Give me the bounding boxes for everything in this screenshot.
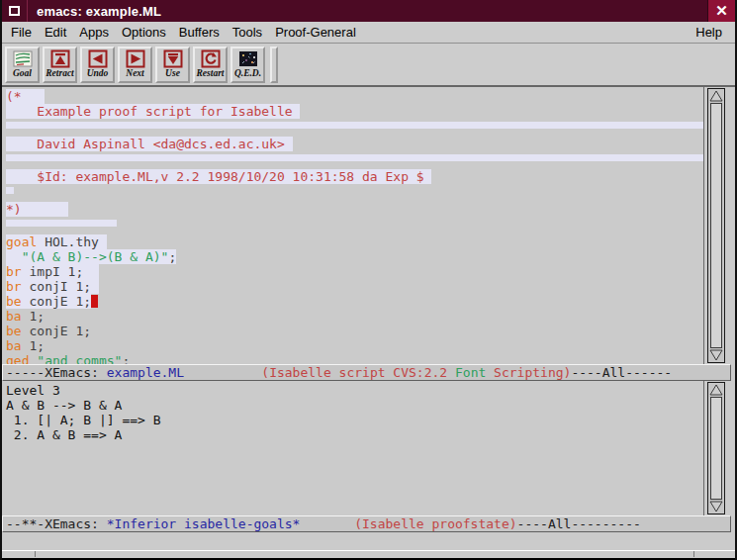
frame-handle-divider [35, 551, 36, 557]
goals-buffer[interactable]: Level 3A & B --> B & A 1. [| A; B |] ==>… [2, 381, 703, 515]
menu-item-tools[interactable]: Tools [228, 24, 267, 41]
buffer-line: ba 1; [6, 309, 703, 324]
buffer-line: (* [6, 89, 703, 104]
goals-window: Level 3A & B --> B & A 1. [| A; B |] ==>… [2, 381, 735, 515]
buffer-line: "(A & B)-->(B & A)"; [6, 249, 703, 264]
window-menu-button[interactable] [2, 0, 28, 22]
toolbar-button-goal[interactable]: Goal [5, 47, 40, 83]
toolbar-button-label: Next [126, 68, 143, 78]
toolbar-button-retract[interactable]: Retract [43, 47, 77, 83]
toolbar-button-label: Goal [13, 68, 32, 78]
window-title: emacs: example.ML [28, 0, 707, 22]
frame-handle-divider [693, 551, 694, 557]
toolbar-button-label: Retract [46, 68, 74, 78]
modeline-segment [300, 516, 354, 531]
menu-item-edit[interactable]: Edit [40, 24, 71, 41]
modeline-segment: -----XEmacs: [6, 365, 107, 380]
scrollbar-thumb[interactable] [710, 103, 722, 348]
buffer-line: be conjE 1; [6, 294, 703, 309]
code-segment: br [6, 279, 22, 294]
script-window: (* Example proof script for Isabelle Dav… [2, 87, 735, 364]
retract-icon [50, 49, 70, 68]
scrollbar-track[interactable] [707, 382, 725, 514]
toolbar-button-use[interactable]: Use [155, 47, 190, 83]
close-icon: ✕ [715, 2, 728, 20]
modeline-script: -----XEmacs: example.ML (Isabelle script… [2, 364, 731, 381]
code-segment: conjE 1; [22, 294, 91, 309]
locked-region-band [6, 187, 14, 194]
scroll-up-icon[interactable] [709, 384, 723, 396]
buffer-line: Example proof script for Isabelle [6, 104, 703, 119]
code-segment: "and_comms" [37, 353, 122, 364]
modeline-segment: ----All--------- [517, 516, 641, 531]
code-segment: David Aspinall <da@dcs.ed.ac.uk> [6, 137, 293, 151]
qed-image-icon [238, 49, 258, 68]
modeline-segment: ----All------ [571, 365, 672, 380]
buffer-line: qed "and_comms"; [6, 353, 703, 364]
modeline-segment: Font [455, 365, 486, 380]
next-icon [126, 49, 145, 68]
scrollbar-track[interactable] [707, 88, 725, 363]
toolbar: GoalRetractUndoNextUseRestartQ.E.D. [2, 44, 735, 87]
modeline-segment: example.ML [107, 365, 184, 380]
window-restore-icon [9, 6, 20, 16]
code-segment: ba [6, 338, 22, 353]
scrollbar-thumb[interactable] [710, 397, 722, 500]
code-segment: "(A & B)-->(B & A)" [22, 249, 169, 264]
menubar: FileEditAppsOptionsBuffersToolsProof-Gen… [2, 22, 735, 44]
modeline-segment: (Isabelle proofstate) [354, 516, 516, 531]
code-segment: HOL.thy [37, 234, 106, 249]
buffer-line: br conjI 1; [6, 279, 703, 294]
locked-region-band [6, 220, 117, 227]
code-segment: goal [6, 234, 37, 249]
modeline-segment: (Isabelle script CVS:2.2 [261, 365, 455, 380]
toolbar-button-undo[interactable]: Undo [80, 47, 115, 83]
buffer-line [6, 122, 703, 137]
toolbar-button-restart[interactable]: Restart [193, 47, 228, 83]
text-cursor [91, 295, 98, 308]
echo-area[interactable] [2, 532, 735, 550]
scroll-down-icon[interactable] [709, 501, 723, 513]
code-segment: be [6, 324, 22, 338]
script-buffer[interactable]: (* Example proof script for Isabelle Dav… [2, 87, 703, 364]
modeline-segment [184, 365, 261, 380]
menu-item-proof-general[interactable]: Proof-General [270, 24, 361, 41]
toolbar-button-qed[interactable]: Q.E.D. [230, 47, 265, 83]
code-segment [6, 249, 22, 264]
code-segment: 1; [22, 309, 45, 324]
menu-item-help[interactable]: Help [693, 24, 724, 41]
buffer-line [6, 220, 703, 234]
buffer-line: David Aspinall <da@dcs.ed.ac.uk> [6, 137, 703, 151]
goals-scrollbar [703, 381, 735, 515]
scroll-down-icon[interactable] [709, 349, 723, 361]
menu-item-apps[interactable]: Apps [74, 24, 114, 41]
buffer-line: be conjE 1; [6, 324, 703, 338]
toolbar-button-label: Q.E.D. [234, 68, 261, 78]
scroll-up-icon[interactable] [709, 90, 723, 102]
goals-line: A & B --> B & A [6, 398, 703, 413]
code-segment: $Id: example.ML,v 2.2 1998/10/20 10:31:5… [6, 169, 431, 184]
modeline-segment: *Inferior isabelle-goals* [107, 516, 301, 531]
menu-item-options[interactable]: Options [117, 24, 171, 41]
use-icon [163, 49, 183, 68]
buffer-line: $Id: example.ML,v 2.2 1998/10/20 10:31:5… [6, 169, 703, 184]
toolbar-button-label: Restart [197, 68, 225, 78]
close-button[interactable]: ✕ [707, 0, 735, 22]
toolbar-button-label: Undo [87, 68, 109, 78]
frame-bottom-border [2, 550, 735, 560]
modeline-goals: --**-XEmacs: *Inferior isabelle-goals* (… [2, 515, 731, 532]
modeline-segment: --**-XEmacs: [6, 516, 107, 531]
code-segment: conjE 1; [22, 324, 91, 338]
modeline-segment: Scripting) [486, 365, 571, 380]
code-segment: be [6, 294, 22, 309]
undo-icon [88, 49, 108, 68]
toolbar-button-next[interactable]: Next [118, 47, 152, 83]
titlebar: emacs: example.ML ✕ [2, 0, 735, 22]
menu-item-buffers[interactable]: Buffers [174, 24, 225, 41]
code-segment: conjI 1; [22, 279, 99, 294]
code-segment: ; [168, 249, 176, 264]
buffer-line: *) [6, 202, 703, 217]
menu-item-file[interactable]: File [6, 24, 37, 41]
code-segment: impI 1; [22, 264, 99, 279]
goals-line: 1. [| A; B |] ==> B [6, 413, 703, 427]
